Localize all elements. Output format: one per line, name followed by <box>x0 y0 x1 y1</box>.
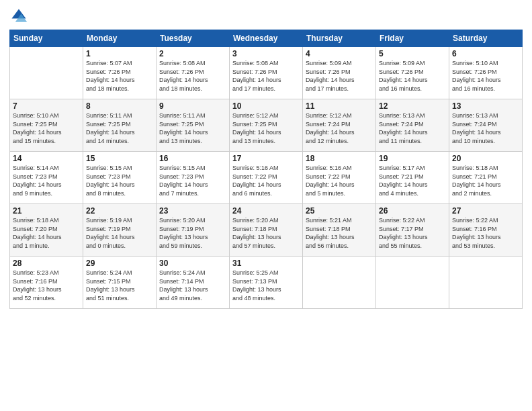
header-row: SundayMondayTuesdayWednesdayThursdayFrid… <box>10 30 523 47</box>
day-cell: 9Sunrise: 5:11 AM Sunset: 7:25 PM Daylig… <box>157 99 230 152</box>
day-number: 24 <box>232 206 300 216</box>
header-cell-saturday: Saturday <box>449 30 523 47</box>
day-info: Sunrise: 5:14 AM Sunset: 7:23 PM Dayligh… <box>13 164 80 197</box>
day-number: 23 <box>159 206 226 216</box>
day-number: 21 <box>13 206 80 216</box>
day-cell: 1Sunrise: 5:07 AM Sunset: 7:26 PM Daylig… <box>83 47 157 99</box>
day-info: Sunrise: 5:09 AM Sunset: 7:26 PM Dayligh… <box>306 59 373 93</box>
day-cell: 29Sunrise: 5:24 AM Sunset: 7:15 PM Dayli… <box>83 257 157 309</box>
week-row-5: 28Sunrise: 5:23 AM Sunset: 7:16 PM Dayli… <box>10 257 523 309</box>
day-info: Sunrise: 5:25 AM Sunset: 7:13 PM Dayligh… <box>232 269 300 302</box>
day-number: 8 <box>86 101 153 111</box>
day-cell: 5Sunrise: 5:09 AM Sunset: 7:26 PM Daylig… <box>376 47 449 99</box>
day-cell: 17Sunrise: 5:16 AM Sunset: 7:22 PM Dayli… <box>230 152 303 204</box>
day-cell: 26Sunrise: 5:22 AM Sunset: 7:17 PM Dayli… <box>376 204 449 257</box>
day-info: Sunrise: 5:08 AM Sunset: 7:26 PM Dayligh… <box>159 59 226 93</box>
day-cell: 23Sunrise: 5:20 AM Sunset: 7:19 PM Dayli… <box>157 204 230 257</box>
header-cell-friday: Friday <box>376 30 449 47</box>
day-number: 17 <box>232 154 300 163</box>
day-info: Sunrise: 5:12 AM Sunset: 7:24 PM Dayligh… <box>306 111 373 145</box>
day-number: 14 <box>13 154 80 163</box>
day-info: Sunrise: 5:22 AM Sunset: 7:16 PM Dayligh… <box>452 216 519 250</box>
day-cell: 7Sunrise: 5:10 AM Sunset: 7:25 PM Daylig… <box>10 99 83 152</box>
day-cell <box>10 47 83 99</box>
day-number: 27 <box>452 206 519 216</box>
day-number: 5 <box>379 49 446 58</box>
day-info: Sunrise: 5:07 AM Sunset: 7:26 PM Dayligh… <box>86 59 153 93</box>
day-cell: 28Sunrise: 5:23 AM Sunset: 7:16 PM Dayli… <box>10 257 83 309</box>
day-number: 10 <box>232 101 300 111</box>
day-cell: 8Sunrise: 5:11 AM Sunset: 7:25 PM Daylig… <box>83 99 157 152</box>
day-number: 22 <box>86 206 153 216</box>
day-number: 9 <box>159 101 226 111</box>
header-cell-tuesday: Tuesday <box>157 30 230 47</box>
day-info: Sunrise: 5:12 AM Sunset: 7:25 PM Dayligh… <box>232 111 300 145</box>
day-number: 18 <box>306 154 373 163</box>
day-number: 31 <box>232 259 300 268</box>
logo <box>9 7 31 26</box>
day-number: 1 <box>86 49 153 58</box>
day-cell: 3Sunrise: 5:08 AM Sunset: 7:26 PM Daylig… <box>230 47 303 99</box>
week-row-2: 7Sunrise: 5:10 AM Sunset: 7:25 PM Daylig… <box>10 99 523 152</box>
day-info: Sunrise: 5:08 AM Sunset: 7:26 PM Dayligh… <box>232 59 300 93</box>
day-cell: 22Sunrise: 5:19 AM Sunset: 7:19 PM Dayli… <box>83 204 157 257</box>
day-info: Sunrise: 5:24 AM Sunset: 7:15 PM Dayligh… <box>86 269 153 302</box>
week-row-1: 1Sunrise: 5:07 AM Sunset: 7:26 PM Daylig… <box>10 47 523 99</box>
day-cell: 21Sunrise: 5:18 AM Sunset: 7:20 PM Dayli… <box>10 204 83 257</box>
day-number: 6 <box>452 49 519 58</box>
day-number: 19 <box>379 154 446 163</box>
week-row-3: 14Sunrise: 5:14 AM Sunset: 7:23 PM Dayli… <box>10 152 523 204</box>
day-cell: 31Sunrise: 5:25 AM Sunset: 7:13 PM Dayli… <box>230 257 303 309</box>
day-info: Sunrise: 5:13 AM Sunset: 7:24 PM Dayligh… <box>379 111 446 145</box>
header-cell-monday: Monday <box>83 30 157 47</box>
day-info: Sunrise: 5:20 AM Sunset: 7:18 PM Dayligh… <box>232 216 300 250</box>
calendar-body: 1Sunrise: 5:07 AM Sunset: 7:26 PM Daylig… <box>10 47 523 309</box>
logo-icon <box>9 7 28 26</box>
day-number: 12 <box>379 101 446 111</box>
header-cell-wednesday: Wednesday <box>230 30 303 47</box>
day-number: 29 <box>86 259 153 268</box>
calendar-table: SundayMondayTuesdayWednesdayThursdayFrid… <box>9 30 523 309</box>
day-cell: 20Sunrise: 5:18 AM Sunset: 7:21 PM Dayli… <box>449 152 523 204</box>
day-info: Sunrise: 5:10 AM Sunset: 7:25 PM Dayligh… <box>13 111 80 145</box>
header-cell-thursday: Thursday <box>303 30 376 47</box>
day-info: Sunrise: 5:11 AM Sunset: 7:25 PM Dayligh… <box>86 111 153 145</box>
day-cell: 11Sunrise: 5:12 AM Sunset: 7:24 PM Dayli… <box>303 99 376 152</box>
header-cell-sunday: Sunday <box>10 30 83 47</box>
day-info: Sunrise: 5:13 AM Sunset: 7:24 PM Dayligh… <box>452 111 519 145</box>
day-number: 20 <box>452 154 519 163</box>
day-number: 30 <box>159 259 226 268</box>
day-cell: 6Sunrise: 5:10 AM Sunset: 7:26 PM Daylig… <box>449 47 523 99</box>
day-cell: 10Sunrise: 5:12 AM Sunset: 7:25 PM Dayli… <box>230 99 303 152</box>
week-row-4: 21Sunrise: 5:18 AM Sunset: 7:20 PM Dayli… <box>10 204 523 257</box>
day-info: Sunrise: 5:23 AM Sunset: 7:16 PM Dayligh… <box>13 269 80 302</box>
header <box>9 7 523 26</box>
day-cell: 4Sunrise: 5:09 AM Sunset: 7:26 PM Daylig… <box>303 47 376 99</box>
day-cell: 13Sunrise: 5:13 AM Sunset: 7:24 PM Dayli… <box>449 99 523 152</box>
day-cell: 19Sunrise: 5:17 AM Sunset: 7:21 PM Dayli… <box>376 152 449 204</box>
day-info: Sunrise: 5:16 AM Sunset: 7:22 PM Dayligh… <box>306 164 373 197</box>
day-cell: 27Sunrise: 5:22 AM Sunset: 7:16 PM Dayli… <box>449 204 523 257</box>
day-number: 7 <box>13 101 80 111</box>
day-info: Sunrise: 5:21 AM Sunset: 7:18 PM Dayligh… <box>306 216 373 250</box>
day-cell: 2Sunrise: 5:08 AM Sunset: 7:26 PM Daylig… <box>157 47 230 99</box>
day-cell: 18Sunrise: 5:16 AM Sunset: 7:22 PM Dayli… <box>303 152 376 204</box>
day-number: 2 <box>159 49 226 58</box>
day-number: 25 <box>306 206 373 216</box>
day-info: Sunrise: 5:11 AM Sunset: 7:25 PM Dayligh… <box>159 111 226 145</box>
day-cell <box>376 257 449 309</box>
day-number: 16 <box>159 154 226 163</box>
day-number: 26 <box>379 206 446 216</box>
day-number: 3 <box>232 49 300 58</box>
day-info: Sunrise: 5:19 AM Sunset: 7:19 PM Dayligh… <box>86 216 153 250</box>
day-cell: 25Sunrise: 5:21 AM Sunset: 7:18 PM Dayli… <box>303 204 376 257</box>
day-info: Sunrise: 5:18 AM Sunset: 7:20 PM Dayligh… <box>13 216 80 250</box>
day-info: Sunrise: 5:24 AM Sunset: 7:14 PM Dayligh… <box>159 269 226 302</box>
day-info: Sunrise: 5:20 AM Sunset: 7:19 PM Dayligh… <box>159 216 226 250</box>
day-info: Sunrise: 5:09 AM Sunset: 7:26 PM Dayligh… <box>379 59 446 93</box>
day-number: 28 <box>13 259 80 268</box>
day-cell: 24Sunrise: 5:20 AM Sunset: 7:18 PM Dayli… <box>230 204 303 257</box>
day-info: Sunrise: 5:16 AM Sunset: 7:22 PM Dayligh… <box>232 164 300 197</box>
day-info: Sunrise: 5:15 AM Sunset: 7:23 PM Dayligh… <box>159 164 226 197</box>
day-cell: 12Sunrise: 5:13 AM Sunset: 7:24 PM Dayli… <box>376 99 449 152</box>
